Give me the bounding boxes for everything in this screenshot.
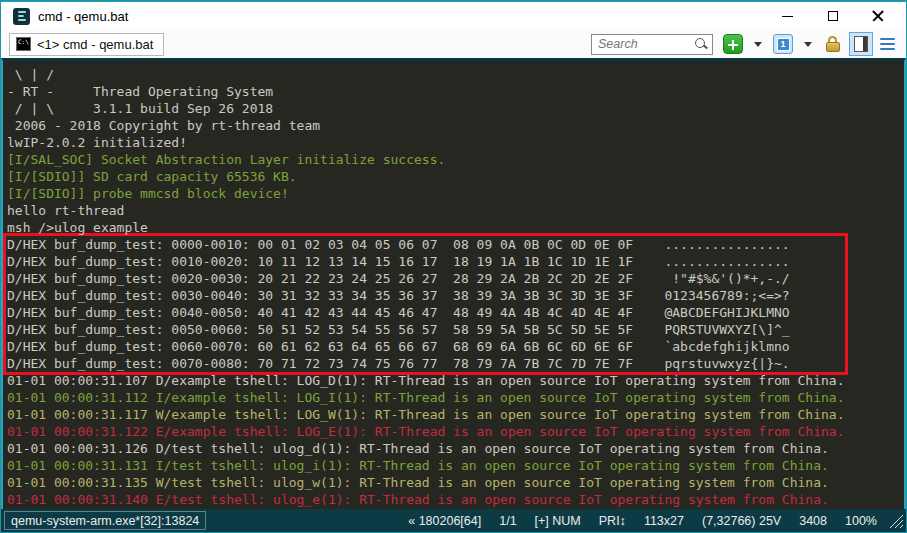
terminal-output: \ | /- RT - Thread Operating System / | … [3, 61, 904, 508]
new-console-button[interactable] [721, 33, 745, 55]
terminal-line: D/HEX buf_dump_test: 0030-0040: 30 31 32… [7, 287, 845, 304]
chevron-down-icon [804, 42, 812, 47]
close-icon [872, 10, 884, 22]
terminal-line: / | \ 3.1.1 build Sep 26 2018 [7, 100, 904, 117]
terminal-line: \ | / [7, 66, 904, 83]
terminal-line: 01-01 00:00:31.117 W/example tshell: LOG… [7, 406, 904, 423]
minimize-icon [782, 16, 793, 17]
terminal-line: D/HEX buf_dump_test: 0040-0050: 40 41 42… [7, 304, 845, 321]
terminal-line: 01-01 00:00:31.107 D/example tshell: LOG… [7, 372, 904, 389]
window-controls [765, 3, 900, 30]
close-button[interactable] [855, 3, 900, 30]
conemu-window: cmd - qemu.bat C:\. <1> cmd - qemu.bat 1 [0, 0, 907, 533]
plus-icon [723, 34, 743, 54]
status-segment: 1/1 [490, 514, 525, 528]
terminal-line: D/HEX buf_dump_test: 0070-0080: 70 71 72… [7, 355, 845, 372]
terminal-line: 01-01 00:00:31.135 W/test tshell: ulog_w… [7, 474, 904, 491]
hex-dump-highlight-box: D/HEX buf_dump_test: 0000-0010: 00 01 02… [3, 233, 848, 375]
terminal-line: 01-01 00:00:31.122 E/example tshell: LOG… [7, 423, 904, 440]
search-box [591, 34, 713, 55]
menu-button[interactable] [877, 33, 898, 55]
status-segment: 100% [836, 514, 886, 528]
terminal-line: D/HEX buf_dump_test: 0060-0070: 60 61 62… [7, 338, 845, 355]
terminal-line: 2006 - 2018 Copyright by rt-thread team [7, 117, 904, 134]
terminal-line: 01-01 00:00:31.131 I/test tshell: ulog_i… [7, 457, 904, 474]
window-title: cmd - qemu.bat [38, 9, 128, 24]
cmd-prompt-icon: C:\. [16, 37, 31, 51]
maximize-icon [828, 11, 838, 21]
chevron-down-icon [754, 42, 762, 47]
tab-label: <1> cmd - qemu.bat [37, 37, 153, 52]
title-bar: cmd - qemu.bat [1, 1, 906, 30]
terminal-line: [I/[SDIO]] SD card capacity 65536 KB. [7, 168, 904, 185]
status-segment: 3408 [790, 514, 836, 528]
terminal-line: 01-01 00:00:31.126 D/test tshell: ulog_d… [7, 440, 904, 457]
terminal-line: [I/SAL_SOC] Socket Abstraction Layer ini… [7, 151, 904, 168]
search-icon[interactable] [694, 37, 708, 51]
console-area[interactable]: \ | /- RT - Thread Operating System / | … [1, 58, 906, 509]
tab-bar: C:\. <1> cmd - qemu.bat 1 [1, 30, 906, 58]
status-segment: 113x27 [635, 514, 693, 528]
minimize-button[interactable] [765, 3, 810, 30]
maximize-button[interactable] [810, 3, 855, 30]
sidebar-toggle-button[interactable] [849, 32, 873, 56]
lock-button[interactable] [821, 33, 845, 55]
terminal-line: 01-01 00:00:31.140 E/test tshell: ulog_e… [7, 491, 904, 508]
terminal-line: D/HEX buf_dump_test: 0000-0010: 00 01 02… [7, 236, 845, 253]
status-process: qemu-system-arm.exe*[32]:13824 [4, 511, 206, 530]
tab-cmd-qemu[interactable]: C:\. <1> cmd - qemu.bat [9, 33, 164, 56]
terminal-line: [I/[SDIO]] probe mmcsd block device! [7, 185, 904, 202]
console-list-dropdown[interactable] [799, 33, 817, 55]
status-segment: (7,32766) 25V [693, 514, 790, 528]
status-segment: PRI↕ [590, 514, 635, 528]
terminal-line: D/HEX buf_dump_test: 0050-0060: 50 51 52… [7, 321, 845, 338]
resize-grip[interactable] [888, 512, 904, 530]
toolbar: 1 [721, 32, 898, 56]
status-segment: « 180206[64] [399, 514, 490, 528]
status-bar: qemu-system-arm.exe*[32]:13824 « 180206[… [1, 509, 906, 532]
conemu-app-icon [13, 8, 30, 25]
panel-icon [854, 36, 868, 52]
active-console-button[interactable]: 1 [771, 33, 795, 55]
console-number-icon: 1 [773, 34, 793, 54]
search-input[interactable] [598, 37, 688, 51]
terminal-line: D/HEX buf_dump_test: 0010-0020: 10 11 12… [7, 253, 845, 270]
terminal-line: D/HEX buf_dump_test: 0020-0030: 20 21 22… [7, 270, 845, 287]
terminal-line: - RT - Thread Operating System [7, 83, 904, 100]
terminal-line: hello rt-thread [7, 202, 904, 219]
terminal-line: 01-01 00:00:31.112 I/example tshell: LOG… [7, 389, 904, 406]
status-segment: [+] NUM [526, 514, 590, 528]
terminal-line: lwIP-2.0.2 initialized! [7, 134, 904, 151]
status-segments: « 180206[64]1/1[+] NUMPRI↕113x27(7,32766… [399, 514, 886, 528]
new-console-dropdown[interactable] [749, 33, 767, 55]
lock-icon [823, 34, 843, 54]
